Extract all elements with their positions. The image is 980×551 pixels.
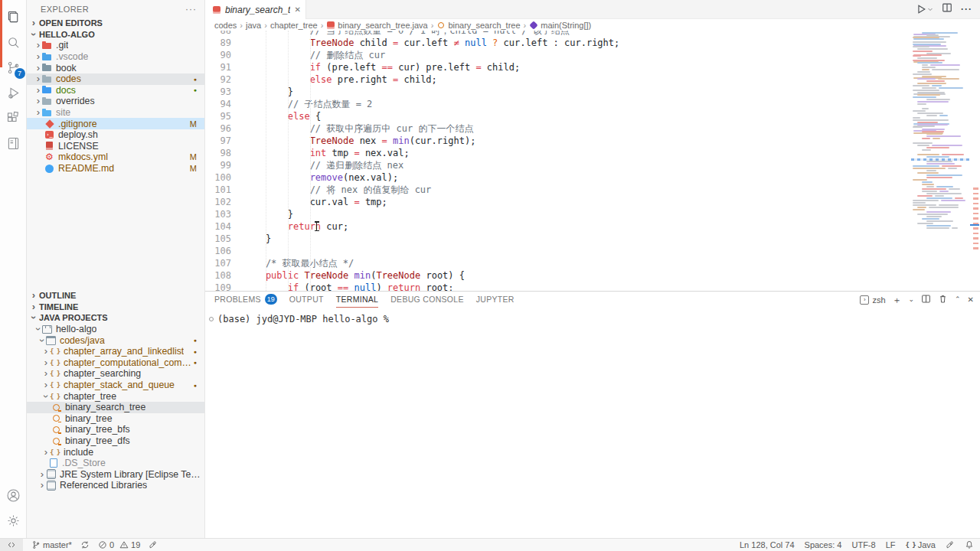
tree-item-chapter_array_and_linkedlist[interactable]: ›chapter_array_and_linkedlist● bbox=[27, 346, 204, 357]
maximize-panel-icon[interactable]: ⌃ bbox=[955, 296, 961, 303]
eol-status[interactable]: LF bbox=[886, 540, 896, 549]
rocket-icon[interactable] bbox=[149, 540, 158, 549]
tree-item-binary_tree[interactable]: binary_tree bbox=[27, 413, 204, 425]
accounts-icon[interactable] bbox=[0, 483, 27, 508]
explorer-icon[interactable] bbox=[0, 5, 27, 30]
tree-item-binary_tree_dfs[interactable]: binary_tree_dfs bbox=[27, 435, 204, 447]
tree-item-binary_search_tree[interactable]: binary_search_tree bbox=[27, 402, 204, 413]
tree-item-.git[interactable]: ›.git bbox=[27, 40, 204, 51]
code-line[interactable]: 99// 递归删除结点 nex bbox=[205, 159, 911, 171]
tree-item-referenced-libraries[interactable]: ›Referenced Libraries bbox=[27, 480, 204, 491]
search-icon[interactable] bbox=[0, 30, 27, 55]
sync-changes-icon[interactable] bbox=[80, 540, 90, 549]
tab-binary-search-tree[interactable]: binary_search_tree.java ✕ bbox=[205, 0, 306, 19]
overview-ruler[interactable] bbox=[969, 31, 980, 291]
java-server-mode-icon[interactable] bbox=[946, 540, 955, 549]
tree-item-.vscode[interactable]: ›.vscode bbox=[27, 51, 204, 63]
cursor-position[interactable]: Ln 128, Col 74 bbox=[740, 540, 795, 549]
code-line[interactable]: 93} bbox=[205, 86, 911, 98]
tree-item-readme.md[interactable]: README.mdM bbox=[27, 163, 204, 174]
section-java-projects[interactable]: › JAVA PROJECTS bbox=[27, 312, 204, 324]
breadcrumb-item[interactable]: binary_search_tree bbox=[436, 21, 520, 30]
tree-item-jre-system-library-eclipse-temurin-17-17...[interactable]: ›JRE System Library [Eclipse Temurin 17 … bbox=[27, 469, 204, 481]
panel-tab-problems[interactable]: PROBLEMS19 bbox=[214, 292, 277, 308]
launch-profile-chevron-icon[interactable]: ⌄ bbox=[909, 296, 915, 303]
tree-item-include[interactable]: ›include bbox=[27, 446, 204, 458]
code-line[interactable]: 102cur.val = tmp; bbox=[205, 196, 911, 208]
code-line[interactable]: 100remove(nex.val); bbox=[205, 171, 911, 184]
code-line[interactable]: 109if (root == null) return root; bbox=[205, 282, 911, 291]
code-line[interactable]: 108public TreeNode min(TreeNode root) { bbox=[205, 269, 911, 282]
run-java-button[interactable] bbox=[916, 4, 933, 15]
code-line[interactable]: 104return cur; bbox=[205, 220, 911, 233]
language-mode[interactable]: { } Java bbox=[905, 540, 936, 549]
code-line[interactable]: 96// 获取中序遍历中 cur 的下一个结点 bbox=[205, 122, 911, 135]
tree-item-codes-java[interactable]: ›codes/java● bbox=[27, 334, 204, 346]
notifications-bell-icon[interactable] bbox=[965, 540, 974, 549]
minimap[interactable] bbox=[911, 32, 969, 230]
source-control-icon[interactable]: 7 bbox=[0, 55, 27, 80]
tree-item-book[interactable]: ›book bbox=[27, 62, 204, 73]
code-line[interactable]: 90// 删除结点 cur bbox=[205, 49, 911, 61]
kill-terminal-icon[interactable] bbox=[938, 294, 948, 305]
breadcrumb-item[interactable]: main(String[]) bbox=[529, 21, 591, 30]
tree-item-mkdocs.yml[interactable]: mkdocs.ymlM bbox=[27, 152, 204, 163]
tree-item-chapter_stack_and_queue[interactable]: ›chapter_stack_and_queue● bbox=[27, 380, 204, 391]
code-line[interactable]: 92else pre.right = child; bbox=[205, 73, 911, 86]
extensions-icon[interactable] bbox=[0, 106, 27, 131]
close-icon[interactable]: ✕ bbox=[295, 5, 301, 14]
notebook-icon[interactable] bbox=[0, 131, 27, 156]
panel-tab-debug-console[interactable]: DEBUG CONSOLE bbox=[390, 292, 464, 308]
section-outline[interactable]: › OUTLINE bbox=[27, 290, 204, 302]
panel-tab-terminal[interactable]: TERMINAL bbox=[336, 292, 379, 308]
code-line[interactable]: 89TreeNode child = cur.left ≠ null ? cur… bbox=[205, 37, 911, 49]
tree-item-.ds_store[interactable]: .DS_Store bbox=[27, 458, 204, 469]
code-line[interactable]: 106 bbox=[205, 245, 911, 257]
more-actions-icon[interactable]: ··· bbox=[185, 4, 197, 15]
tree-item-.gitignore[interactable]: .gitignoreM bbox=[27, 118, 204, 129]
remote-indicator[interactable] bbox=[0, 539, 23, 551]
editor-more-actions-icon[interactable]: ··· bbox=[961, 4, 972, 15]
code-line[interactable]: 88// 当子结点数量 = 0 / 1 时，child = null / 该子结… bbox=[205, 31, 911, 37]
tree-item-docs[interactable]: ›docs● bbox=[27, 85, 204, 96]
breadcrumb-item[interactable]: codes bbox=[214, 21, 237, 30]
code-line[interactable]: 105} bbox=[205, 233, 911, 245]
code-line[interactable]: 103} bbox=[205, 208, 911, 220]
git-branch-status[interactable]: master* bbox=[31, 540, 72, 549]
terminal-profile[interactable]: › zsh bbox=[860, 295, 885, 305]
settings-gear-icon[interactable] bbox=[0, 508, 27, 533]
code-line[interactable]: 94// 子结点数量 = 2 bbox=[205, 98, 911, 110]
code-line[interactable]: 107/* 获取最小结点 */ bbox=[205, 257, 911, 269]
code-line[interactable]: 95else { bbox=[205, 110, 911, 122]
panel-tab-jupyter[interactable]: JUPYTER bbox=[476, 292, 514, 308]
problems-status[interactable]: 0 19 bbox=[98, 540, 140, 549]
breadcrumb-item[interactable]: java bbox=[246, 21, 261, 30]
code-line[interactable]: 91if (pre.left == cur) pre.left = child; bbox=[205, 61, 911, 73]
code-line[interactable]: 97TreeNode nex = min(cur.right); bbox=[205, 135, 911, 147]
tree-item-chapter_searching[interactable]: ›chapter_searching bbox=[27, 368, 204, 380]
tree-item-codes[interactable]: ›codes● bbox=[27, 73, 204, 85]
split-editor-icon[interactable] bbox=[942, 2, 952, 16]
section-timeline[interactable]: › TIMELINE bbox=[27, 302, 204, 313]
code-line[interactable]: 98int tmp = nex.val; bbox=[205, 147, 911, 159]
run-debug-icon[interactable] bbox=[0, 80, 27, 106]
code-editor[interactable]: 88// 当子结点数量 = 0 / 1 时，child = null / 该子结… bbox=[205, 31, 980, 291]
tree-item-binary_tree_bfs[interactable]: binary_tree_bfs bbox=[27, 424, 204, 435]
indentation-status[interactable]: Spaces: 4 bbox=[805, 540, 842, 549]
tree-item-overrides[interactable]: ›overrides bbox=[27, 96, 204, 107]
breadcrumb-item[interactable]: binary_search_tree.java bbox=[326, 21, 427, 30]
code-line[interactable]: 101// 将 nex 的值复制给 cur bbox=[205, 184, 911, 196]
terminal[interactable]: (base) jyd@JYD-MBP hello-algo % bbox=[205, 308, 980, 538]
close-panel-icon[interactable]: ✕ bbox=[968, 296, 974, 304]
new-terminal-icon[interactable]: ＋ bbox=[893, 295, 902, 305]
tree-item-hello-algo[interactable]: ›hello-algo bbox=[27, 324, 204, 335]
section-open-editors[interactable]: › OPEN EDITORS bbox=[27, 18, 204, 29]
breadcrumb-item[interactable]: chapter_tree bbox=[270, 21, 318, 30]
split-terminal-icon[interactable] bbox=[921, 294, 931, 305]
section-root-folder[interactable]: › HELLO-ALGO bbox=[27, 29, 204, 41]
tree-item-license[interactable]: LICENSE bbox=[27, 141, 204, 152]
tree-item-deploy.sh[interactable]: deploy.sh bbox=[27, 129, 204, 141]
panel-tab-output[interactable]: OUTPUT bbox=[289, 292, 324, 308]
tree-item-chapter_computational_complexity[interactable]: ›chapter_computational_complexity● bbox=[27, 357, 204, 369]
encoding-status[interactable]: UTF-8 bbox=[851, 540, 875, 549]
